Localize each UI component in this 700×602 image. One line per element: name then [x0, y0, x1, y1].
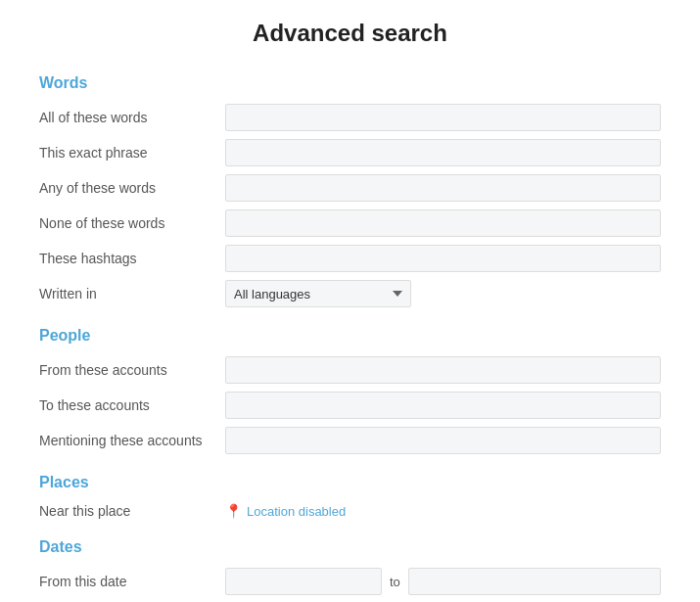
mentioning-accounts-label: Mentioning these accounts [39, 433, 225, 448]
from-date-label: From this date [39, 574, 225, 589]
to-accounts-label: To these accounts [39, 397, 225, 413]
all-words-label: All of these words [39, 110, 225, 125]
people-section: People From these accounts To these acco… [39, 327, 661, 454]
words-section-heading: Words [39, 74, 661, 92]
places-section-heading: Places [39, 474, 661, 491]
exact-phrase-row: This exact phrase [39, 139, 661, 166]
near-place-row: Near this place 📍 Location disabled [39, 503, 661, 519]
hashtags-input[interactable] [225, 245, 661, 272]
to-accounts-row: To these accounts [39, 392, 661, 419]
from-accounts-input[interactable] [225, 356, 661, 384]
from-date-row: From this date to [39, 568, 661, 595]
dates-section-heading: Dates [39, 538, 661, 556]
page-title: Advanced search [39, 20, 661, 47]
any-words-row: Any of these words [39, 174, 661, 202]
location-status-text: Location disabled [247, 504, 346, 519]
any-words-input[interactable] [225, 174, 661, 202]
from-accounts-label: From these accounts [39, 362, 225, 378]
people-section-heading: People [39, 327, 661, 345]
location-container: 📍 Location disabled [225, 503, 346, 519]
hashtags-row: These hashtags [39, 245, 661, 272]
location-pin-icon: 📍 [225, 503, 242, 519]
written-in-label: Written in [39, 286, 225, 301]
language-select[interactable]: All languages English Spanish French Ger… [225, 280, 411, 307]
from-date-input[interactable] [225, 568, 382, 595]
words-section: Words All of these words This exact phra… [39, 74, 661, 307]
dates-section: Dates From this date to [39, 538, 661, 595]
none-words-input[interactable] [225, 209, 661, 237]
any-words-label: Any of these words [39, 180, 225, 196]
mentioning-accounts-input[interactable] [225, 427, 661, 454]
near-place-label: Near this place [39, 503, 225, 519]
mentioning-accounts-row: Mentioning these accounts [39, 427, 661, 454]
page-container: Advanced search Words All of these words… [0, 0, 700, 602]
hashtags-label: These hashtags [39, 251, 225, 266]
from-accounts-row: From these accounts [39, 356, 661, 384]
exact-phrase-input[interactable] [225, 139, 661, 166]
exact-phrase-label: This exact phrase [39, 145, 225, 161]
all-words-row: All of these words [39, 104, 661, 131]
written-in-row: Written in All languages English Spanish… [39, 280, 661, 307]
none-words-row: None of these words [39, 209, 661, 237]
to-accounts-input[interactable] [225, 392, 661, 419]
date-to-label: to [390, 575, 400, 589]
all-words-input[interactable] [225, 104, 661, 131]
places-section: Places Near this place 📍 Location disabl… [39, 474, 661, 519]
date-inputs: to [225, 568, 661, 595]
none-words-label: None of these words [39, 215, 225, 231]
to-date-input[interactable] [408, 568, 661, 595]
